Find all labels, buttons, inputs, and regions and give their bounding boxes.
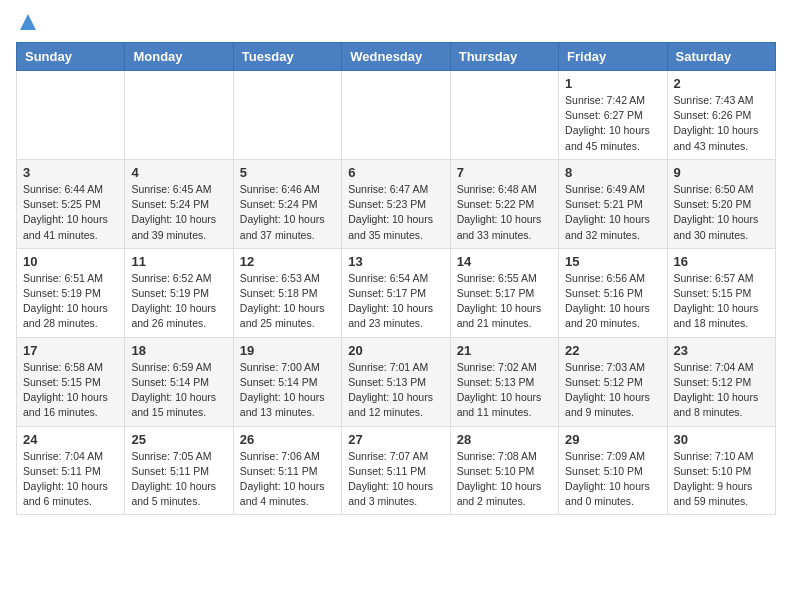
calendar-cell: 9Sunrise: 6:50 AM Sunset: 5:20 PM Daylig… bbox=[667, 159, 775, 248]
day-info: Sunrise: 6:54 AM Sunset: 5:17 PM Dayligh… bbox=[348, 271, 443, 332]
calendar-week-row: 17Sunrise: 6:58 AM Sunset: 5:15 PM Dayli… bbox=[17, 337, 776, 426]
day-number: 4 bbox=[131, 165, 226, 180]
calendar-cell: 18Sunrise: 6:59 AM Sunset: 5:14 PM Dayli… bbox=[125, 337, 233, 426]
day-info: Sunrise: 6:53 AM Sunset: 5:18 PM Dayligh… bbox=[240, 271, 335, 332]
day-info: Sunrise: 6:50 AM Sunset: 5:20 PM Dayligh… bbox=[674, 182, 769, 243]
day-info: Sunrise: 7:10 AM Sunset: 5:10 PM Dayligh… bbox=[674, 449, 769, 510]
calendar-cell: 27Sunrise: 7:07 AM Sunset: 5:11 PM Dayli… bbox=[342, 426, 450, 515]
day-info: Sunrise: 6:55 AM Sunset: 5:17 PM Dayligh… bbox=[457, 271, 552, 332]
calendar-cell: 30Sunrise: 7:10 AM Sunset: 5:10 PM Dayli… bbox=[667, 426, 775, 515]
day-info: Sunrise: 7:42 AM Sunset: 6:27 PM Dayligh… bbox=[565, 93, 660, 154]
day-info: Sunrise: 7:06 AM Sunset: 5:11 PM Dayligh… bbox=[240, 449, 335, 510]
calendar-cell: 5Sunrise: 6:46 AM Sunset: 5:24 PM Daylig… bbox=[233, 159, 341, 248]
calendar-cell: 29Sunrise: 7:09 AM Sunset: 5:10 PM Dayli… bbox=[559, 426, 667, 515]
day-info: Sunrise: 7:04 AM Sunset: 5:11 PM Dayligh… bbox=[23, 449, 118, 510]
day-info: Sunrise: 6:58 AM Sunset: 5:15 PM Dayligh… bbox=[23, 360, 118, 421]
calendar-cell: 24Sunrise: 7:04 AM Sunset: 5:11 PM Dayli… bbox=[17, 426, 125, 515]
logo-triangle-icon bbox=[20, 14, 36, 30]
calendar-cell: 23Sunrise: 7:04 AM Sunset: 5:12 PM Dayli… bbox=[667, 337, 775, 426]
day-info: Sunrise: 7:07 AM Sunset: 5:11 PM Dayligh… bbox=[348, 449, 443, 510]
day-number: 6 bbox=[348, 165, 443, 180]
day-number: 14 bbox=[457, 254, 552, 269]
calendar-table: SundayMondayTuesdayWednesdayThursdayFrid… bbox=[16, 42, 776, 515]
day-number: 27 bbox=[348, 432, 443, 447]
calendar-cell bbox=[450, 71, 558, 160]
day-info: Sunrise: 6:57 AM Sunset: 5:15 PM Dayligh… bbox=[674, 271, 769, 332]
calendar-cell: 20Sunrise: 7:01 AM Sunset: 5:13 PM Dayli… bbox=[342, 337, 450, 426]
day-info: Sunrise: 6:49 AM Sunset: 5:21 PM Dayligh… bbox=[565, 182, 660, 243]
day-info: Sunrise: 6:47 AM Sunset: 5:23 PM Dayligh… bbox=[348, 182, 443, 243]
calendar-cell: 2Sunrise: 7:43 AM Sunset: 6:26 PM Daylig… bbox=[667, 71, 775, 160]
day-info: Sunrise: 7:08 AM Sunset: 5:10 PM Dayligh… bbox=[457, 449, 552, 510]
day-of-week-header: Saturday bbox=[667, 43, 775, 71]
calendar-week-row: 24Sunrise: 7:04 AM Sunset: 5:11 PM Dayli… bbox=[17, 426, 776, 515]
calendar-cell: 10Sunrise: 6:51 AM Sunset: 5:19 PM Dayli… bbox=[17, 248, 125, 337]
day-number: 2 bbox=[674, 76, 769, 91]
day-number: 30 bbox=[674, 432, 769, 447]
day-number: 18 bbox=[131, 343, 226, 358]
day-info: Sunrise: 6:48 AM Sunset: 5:22 PM Dayligh… bbox=[457, 182, 552, 243]
day-of-week-header: Tuesday bbox=[233, 43, 341, 71]
day-number: 24 bbox=[23, 432, 118, 447]
calendar-cell: 3Sunrise: 6:44 AM Sunset: 5:25 PM Daylig… bbox=[17, 159, 125, 248]
day-info: Sunrise: 6:45 AM Sunset: 5:24 PM Dayligh… bbox=[131, 182, 226, 243]
day-number: 19 bbox=[240, 343, 335, 358]
calendar-cell: 1Sunrise: 7:42 AM Sunset: 6:27 PM Daylig… bbox=[559, 71, 667, 160]
calendar-cell bbox=[17, 71, 125, 160]
day-number: 17 bbox=[23, 343, 118, 358]
calendar-cell: 13Sunrise: 6:54 AM Sunset: 5:17 PM Dayli… bbox=[342, 248, 450, 337]
day-number: 13 bbox=[348, 254, 443, 269]
day-info: Sunrise: 7:09 AM Sunset: 5:10 PM Dayligh… bbox=[565, 449, 660, 510]
day-info: Sunrise: 6:52 AM Sunset: 5:19 PM Dayligh… bbox=[131, 271, 226, 332]
day-info: Sunrise: 7:01 AM Sunset: 5:13 PM Dayligh… bbox=[348, 360, 443, 421]
day-info: Sunrise: 6:44 AM Sunset: 5:25 PM Dayligh… bbox=[23, 182, 118, 243]
calendar-cell: 16Sunrise: 6:57 AM Sunset: 5:15 PM Dayli… bbox=[667, 248, 775, 337]
day-number: 10 bbox=[23, 254, 118, 269]
calendar-cell bbox=[125, 71, 233, 160]
page-header bbox=[16, 16, 776, 30]
day-of-week-header: Friday bbox=[559, 43, 667, 71]
day-number: 9 bbox=[674, 165, 769, 180]
calendar-cell: 14Sunrise: 6:55 AM Sunset: 5:17 PM Dayli… bbox=[450, 248, 558, 337]
calendar-cell: 6Sunrise: 6:47 AM Sunset: 5:23 PM Daylig… bbox=[342, 159, 450, 248]
day-info: Sunrise: 6:46 AM Sunset: 5:24 PM Dayligh… bbox=[240, 182, 335, 243]
calendar-cell: 11Sunrise: 6:52 AM Sunset: 5:19 PM Dayli… bbox=[125, 248, 233, 337]
calendar-cell: 8Sunrise: 6:49 AM Sunset: 5:21 PM Daylig… bbox=[559, 159, 667, 248]
calendar-cell: 17Sunrise: 6:58 AM Sunset: 5:15 PM Dayli… bbox=[17, 337, 125, 426]
calendar-cell: 19Sunrise: 7:00 AM Sunset: 5:14 PM Dayli… bbox=[233, 337, 341, 426]
day-number: 5 bbox=[240, 165, 335, 180]
day-number: 25 bbox=[131, 432, 226, 447]
calendar-week-row: 10Sunrise: 6:51 AM Sunset: 5:19 PM Dayli… bbox=[17, 248, 776, 337]
calendar-cell: 22Sunrise: 7:03 AM Sunset: 5:12 PM Dayli… bbox=[559, 337, 667, 426]
day-number: 28 bbox=[457, 432, 552, 447]
day-number: 23 bbox=[674, 343, 769, 358]
calendar-cell bbox=[233, 71, 341, 160]
day-info: Sunrise: 6:51 AM Sunset: 5:19 PM Dayligh… bbox=[23, 271, 118, 332]
day-info: Sunrise: 7:05 AM Sunset: 5:11 PM Dayligh… bbox=[131, 449, 226, 510]
calendar-cell: 25Sunrise: 7:05 AM Sunset: 5:11 PM Dayli… bbox=[125, 426, 233, 515]
calendar-cell bbox=[342, 71, 450, 160]
day-info: Sunrise: 7:03 AM Sunset: 5:12 PM Dayligh… bbox=[565, 360, 660, 421]
day-of-week-header: Thursday bbox=[450, 43, 558, 71]
day-info: Sunrise: 6:59 AM Sunset: 5:14 PM Dayligh… bbox=[131, 360, 226, 421]
calendar-week-row: 1Sunrise: 7:42 AM Sunset: 6:27 PM Daylig… bbox=[17, 71, 776, 160]
calendar-cell: 15Sunrise: 6:56 AM Sunset: 5:16 PM Dayli… bbox=[559, 248, 667, 337]
calendar-cell: 12Sunrise: 6:53 AM Sunset: 5:18 PM Dayli… bbox=[233, 248, 341, 337]
day-number: 7 bbox=[457, 165, 552, 180]
day-number: 12 bbox=[240, 254, 335, 269]
calendar-cell: 21Sunrise: 7:02 AM Sunset: 5:13 PM Dayli… bbox=[450, 337, 558, 426]
day-number: 3 bbox=[23, 165, 118, 180]
calendar-header-row: SundayMondayTuesdayWednesdayThursdayFrid… bbox=[17, 43, 776, 71]
day-info: Sunrise: 7:43 AM Sunset: 6:26 PM Dayligh… bbox=[674, 93, 769, 154]
day-of-week-header: Monday bbox=[125, 43, 233, 71]
day-info: Sunrise: 6:56 AM Sunset: 5:16 PM Dayligh… bbox=[565, 271, 660, 332]
calendar-cell: 28Sunrise: 7:08 AM Sunset: 5:10 PM Dayli… bbox=[450, 426, 558, 515]
day-number: 8 bbox=[565, 165, 660, 180]
day-info: Sunrise: 7:04 AM Sunset: 5:12 PM Dayligh… bbox=[674, 360, 769, 421]
day-number: 29 bbox=[565, 432, 660, 447]
day-info: Sunrise: 7:00 AM Sunset: 5:14 PM Dayligh… bbox=[240, 360, 335, 421]
calendar-cell: 7Sunrise: 6:48 AM Sunset: 5:22 PM Daylig… bbox=[450, 159, 558, 248]
calendar-week-row: 3Sunrise: 6:44 AM Sunset: 5:25 PM Daylig… bbox=[17, 159, 776, 248]
day-of-week-header: Sunday bbox=[17, 43, 125, 71]
day-info: Sunrise: 7:02 AM Sunset: 5:13 PM Dayligh… bbox=[457, 360, 552, 421]
